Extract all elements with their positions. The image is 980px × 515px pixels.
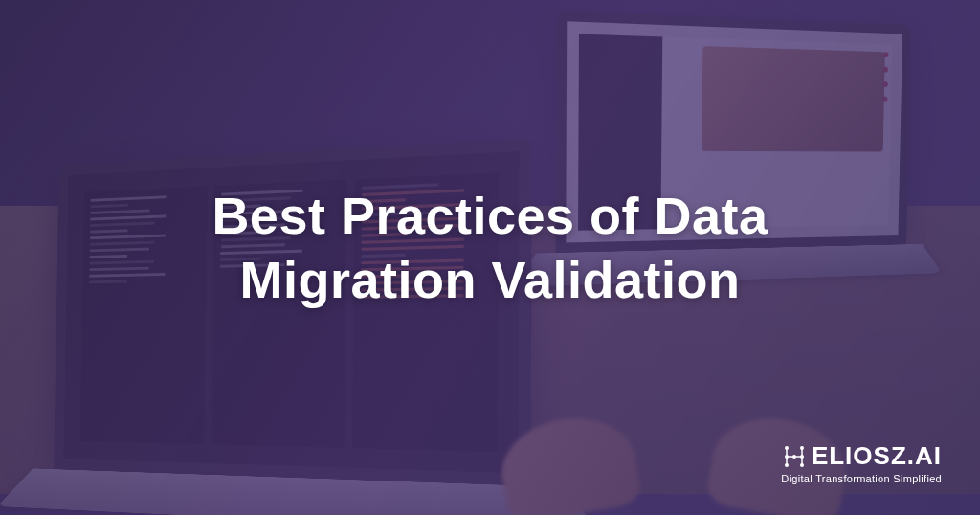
hero-title: Best Practices of Data Migration Validat… [154, 184, 825, 313]
logo-brand-text: ELIOSZ.AI [812, 441, 942, 471]
hero-banner: Best Practices of Data Migration Validat… [0, 0, 980, 515]
logo-main-row: ELIOSZ.AI [781, 441, 942, 471]
logo-h-icon [781, 443, 808, 470]
brand-logo: ELIOSZ.AI Digital Transformation Simplif… [781, 441, 942, 484]
logo-tagline: Digital Transformation Simplified [781, 473, 942, 484]
title-line-2: Migration Validation [239, 251, 740, 308]
title-line-1: Best Practices of Data [212, 187, 768, 244]
